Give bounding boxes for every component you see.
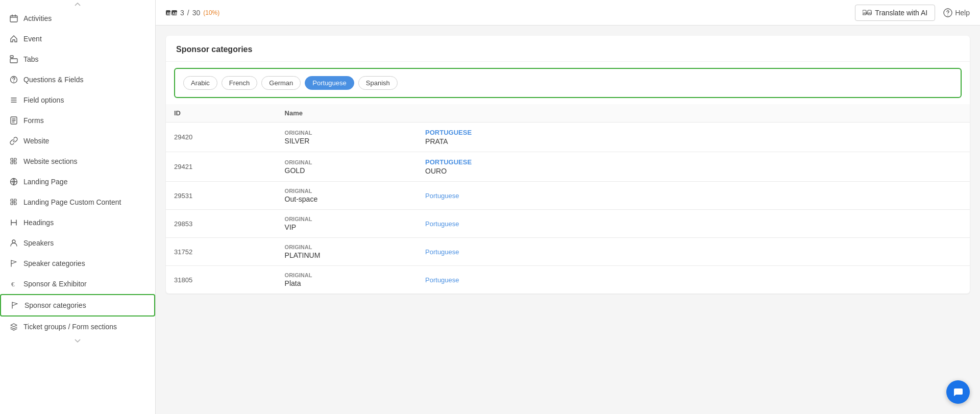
sidebar: Activities Event Tabs Questions & Fields… xyxy=(0,0,156,414)
sidebar-item-field-options-label: Field options xyxy=(23,96,64,104)
col-id-header: ID xyxy=(166,104,277,123)
scroll-down-indicator xyxy=(0,337,155,345)
row-translation-cell: Portuguese OURO xyxy=(417,152,970,182)
translation-lang-link[interactable]: Portuguese xyxy=(425,158,472,166)
table-row: 29853 Original VIP Portuguese xyxy=(166,210,970,238)
lang-tab-french[interactable]: French xyxy=(222,76,257,90)
help-button[interactable]: Help xyxy=(943,8,970,17)
sidebar-item-sponsor-exhibitor[interactable]: € Sponsor & Exhibitor xyxy=(0,274,155,294)
svg-text:AB: AB xyxy=(868,11,872,14)
list-icon xyxy=(9,95,18,105)
sidebar-item-headings-label: Headings xyxy=(23,218,54,227)
sidebar-item-website-sections-label: Website sections xyxy=(23,157,78,165)
translation-cell-content: Portuguese OURO xyxy=(417,152,621,181)
original-label: Original xyxy=(285,216,409,222)
name-cell-content: Original Plata xyxy=(277,266,417,294)
topbar-left: AB AB 3 / 30 (10%) xyxy=(166,9,219,17)
help-icon xyxy=(943,8,952,17)
forms-icon xyxy=(9,116,18,125)
sidebar-item-questions-fields[interactable]: Questions & Fields xyxy=(0,69,155,90)
svg-rect-2 xyxy=(10,59,17,63)
sidebar-item-field-options[interactable]: Field options xyxy=(0,90,155,110)
row-name-cell: Original GOLD xyxy=(277,152,417,182)
row-name-cell: Original SILVER xyxy=(277,123,417,152)
svg-point-18 xyxy=(947,14,948,15)
id-value: 29853 xyxy=(166,214,207,234)
svg-text:AB: AB xyxy=(863,11,868,14)
row-id-cell: 29853 xyxy=(166,210,277,238)
sidebar-item-headings[interactable]: Headings xyxy=(0,212,155,233)
sidebar-item-forms[interactable]: Forms xyxy=(0,110,155,131)
translate-ai-button[interactable]: AB AB Translate with AI xyxy=(855,5,935,21)
sidebar-item-tabs-label: Tabs xyxy=(23,55,39,63)
sidebar-item-activities[interactable]: Activities xyxy=(0,8,155,29)
translation-lang-link[interactable]: Portuguese xyxy=(425,248,459,256)
translation-lang-link[interactable]: Portuguese xyxy=(425,276,459,284)
name-cell-content: Original VIP xyxy=(277,210,417,237)
sidebar-item-landing-page-custom[interactable]: Landing Page Custom Content xyxy=(0,192,155,212)
svg-text:AB: AB xyxy=(173,12,178,15)
svg-text:€: € xyxy=(11,280,15,288)
puzzle-icon xyxy=(9,157,18,166)
name-cell-content: Original Out-space xyxy=(277,182,417,209)
speaker-icon xyxy=(9,238,18,248)
lang-tab-arabic[interactable]: Arabic xyxy=(183,76,217,90)
lang-tab-german[interactable]: German xyxy=(261,76,301,90)
link-icon xyxy=(9,136,18,145)
main-area: AB AB 3 / 30 (10%) AB AB Translate with … xyxy=(156,0,980,414)
original-name-value: VIP xyxy=(285,223,409,231)
name-cell-content: Original GOLD xyxy=(277,153,417,181)
translate-ai-icon: AB AB xyxy=(863,10,872,16)
row-translation-cell: Portuguese PRATA xyxy=(417,123,970,152)
topbar: AB AB 3 / 30 (10%) AB AB Translate with … xyxy=(156,0,980,26)
original-name-value: SILVER xyxy=(285,137,409,145)
sidebar-item-speaker-categories[interactable]: Speaker categories xyxy=(0,253,155,274)
translated-lang-label: Portuguese xyxy=(425,158,613,166)
sponsor-icon xyxy=(10,301,19,310)
translation-cell-content: Portuguese xyxy=(417,241,621,262)
sidebar-item-ticket-groups[interactable]: Ticket groups / Form sections xyxy=(0,316,155,337)
row-id-cell: 31805 xyxy=(166,266,277,294)
sidebar-item-landing-page-label: Landing Page xyxy=(23,178,67,186)
row-id-cell: 29420 xyxy=(166,123,277,152)
sidebar-item-event[interactable]: Event xyxy=(0,29,155,49)
translation-count: AB AB 3 / 30 (10%) xyxy=(166,9,219,17)
sidebar-item-landing-page-custom-label: Landing Page Custom Content xyxy=(23,198,121,206)
table-row: 29420 Original SILVER Portuguese PRATA xyxy=(166,123,970,152)
sidebar-item-website-sections[interactable]: Website sections xyxy=(0,151,155,172)
original-name-value: Plata xyxy=(285,279,409,287)
chat-button[interactable] xyxy=(946,380,970,404)
original-label: Original xyxy=(285,159,409,165)
flag-icon xyxy=(9,259,18,268)
translation-lang-link[interactable]: Portuguese xyxy=(425,129,472,136)
id-value: 29421 xyxy=(166,157,207,177)
id-value: 29531 xyxy=(166,186,207,206)
original-name-value: Out-space xyxy=(285,195,409,203)
row-translation-cell: Portuguese xyxy=(417,266,970,294)
translation-cell-content: Portuguese xyxy=(417,270,621,290)
translations-table: ID Name 29420 Original SILVER Portuguese… xyxy=(166,104,970,294)
sidebar-item-forms-label: Forms xyxy=(23,116,44,125)
table-row: 31752 Original PLATINUM Portuguese xyxy=(166,238,970,266)
svg-point-7 xyxy=(12,240,15,243)
sidebar-item-event-label: Event xyxy=(23,35,42,43)
svg-rect-1 xyxy=(10,56,13,58)
translation-lang-link[interactable]: Portuguese xyxy=(425,220,459,228)
sidebar-item-sponsor-categories[interactable]: Sponsor categories xyxy=(0,294,155,316)
chat-icon xyxy=(952,386,964,398)
translation-cell-content: Portuguese xyxy=(417,213,621,234)
row-translation-cell: Portuguese xyxy=(417,182,970,210)
translation-lang-link[interactable]: Portuguese xyxy=(425,192,459,200)
original-name-value: PLATINUM xyxy=(285,251,409,259)
sidebar-item-activities-label: Activities xyxy=(23,14,52,22)
lang-tab-spanish[interactable]: Spanish xyxy=(358,76,398,90)
sidebar-item-landing-page[interactable]: Landing Page xyxy=(0,172,155,192)
sidebar-item-website[interactable]: Website xyxy=(0,131,155,151)
sidebar-item-speakers[interactable]: Speakers xyxy=(0,233,155,253)
table-row: 31805 Original Plata Portuguese xyxy=(166,266,970,294)
sidebar-item-questions-fields-label: Questions & Fields xyxy=(23,76,84,84)
euro-icon: € xyxy=(9,279,18,288)
sidebar-item-tabs[interactable]: Tabs xyxy=(0,49,155,69)
lang-tab-portuguese[interactable]: Portuguese xyxy=(305,76,354,90)
puzzle2-icon xyxy=(9,198,18,207)
